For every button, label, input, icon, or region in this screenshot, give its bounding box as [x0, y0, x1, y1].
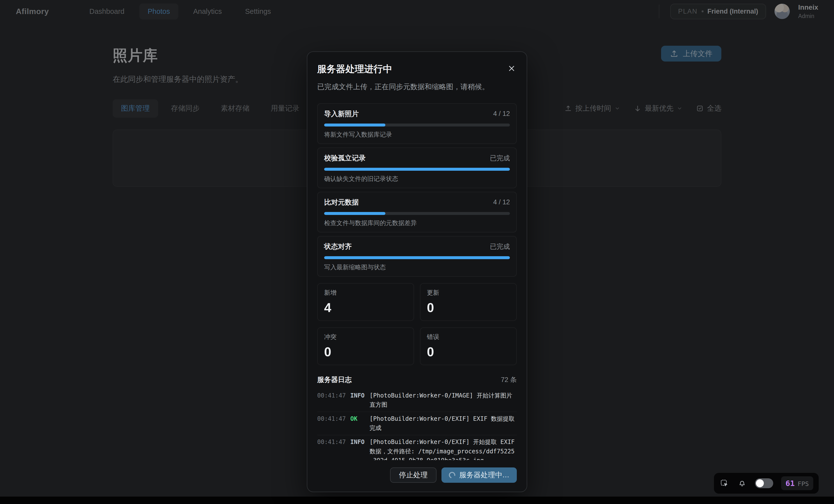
modal-footer: 停止处理 服务器处理中… [317, 467, 517, 483]
close-icon [508, 65, 515, 72]
task-status: 4 / 12 [493, 198, 510, 206]
log-timestamp: 00:41:47 [317, 414, 346, 433]
theme-toggle[interactable] [755, 478, 773, 488]
progress-fill [324, 168, 510, 171]
spinner-icon [448, 470, 457, 480]
stat-value: 0 [427, 300, 510, 315]
stat-conflicts: 冲突 0 [317, 327, 414, 365]
task-header: 校验孤立记录 已完成 [324, 153, 510, 163]
stat-value: 0 [427, 344, 510, 359]
stat-label: 更新 [427, 289, 510, 297]
stat-errors: 错误 0 [420, 327, 517, 365]
log-entry: 00:41:47 OK [PhotoBuilder:Worker-0/EXIF]… [317, 412, 517, 435]
task-compare-metadata: 比对元数据 4 / 12 检查文件与数据库间的元数据差异 [317, 192, 517, 233]
stat-value: 0 [324, 344, 407, 359]
logs-count-badge: 72 条 [501, 375, 517, 384]
log-level: INFO [350, 438, 366, 460]
task-name: 比对元数据 [324, 198, 359, 207]
notifications-button[interactable] [737, 478, 747, 488]
log-message: [PhotoBuilder:Worker-0/IMAGE] 开始计算图片直方图 [370, 391, 517, 409]
task-header: 导入新照片 4 / 12 [324, 109, 510, 118]
log-level: OK [350, 414, 366, 433]
task-header: 比对元数据 4 / 12 [324, 198, 510, 207]
task-list: 导入新照片 4 / 12 将新文件写入数据库记录 校验孤立记录 已完成 确认缺失… [317, 103, 517, 277]
select-tool-icon [720, 479, 729, 488]
progress-bar [324, 124, 510, 127]
log-list[interactable]: 00:41:47 INFO [PhotoBuilder:Worker-0/IMA… [317, 389, 517, 460]
stat-label: 新增 [324, 289, 407, 297]
progress-bar [324, 256, 510, 259]
task-description: 写入最新缩略图与状态 [324, 263, 510, 271]
modal-description: 已完成文件上传，正在同步元数据和缩略图，请稍候。 [317, 82, 517, 92]
toggle-knob [756, 479, 764, 487]
task-header: 状态对齐 已完成 [324, 242, 510, 251]
server-processing-button[interactable]: 服务器处理中… [441, 467, 517, 483]
progress-bar [324, 212, 510, 215]
fps-meter: 61 FPS [781, 476, 813, 490]
stat-label: 冲突 [324, 333, 407, 341]
log-entry: 00:41:47 INFO [PhotoBuilder:Worker-0/IMA… [317, 389, 517, 412]
fps-unit-label: FPS [798, 480, 809, 487]
log-entry: 00:41:47 INFO [PhotoBuilder:Worker-0/EXI… [317, 435, 517, 460]
task-status: 已完成 [490, 242, 510, 251]
task-name: 状态对齐 [324, 242, 352, 251]
task-description: 检查文件与数据库间的元数据差异 [324, 219, 510, 227]
select-tool-button[interactable] [719, 478, 729, 488]
log-timestamp: 00:41:47 [317, 438, 346, 460]
close-button[interactable] [506, 63, 517, 74]
server-processing-modal: 服务器处理进行中 已完成文件上传，正在同步元数据和缩略图，请稍候。 导入新照片 … [307, 51, 527, 492]
stat-added: 新增 4 [317, 283, 414, 321]
log-message: [PhotoBuilder:Worker-0/EXIF] EXIF 数据提取完成 [370, 414, 517, 433]
task-state-alignment: 状态对齐 已完成 写入最新缩略图与状态 [317, 236, 517, 277]
task-status: 4 / 12 [493, 110, 510, 117]
debug-status-toolbar: 61 FPS [714, 473, 819, 494]
progress-fill [324, 212, 386, 215]
task-description: 将新文件写入数据库记录 [324, 130, 510, 138]
logs-title: 服务器日志 [317, 375, 352, 385]
logs-header: 服务器日志 72 条 [317, 375, 517, 385]
stat-value: 4 [324, 300, 407, 315]
server-logs-section: 服务器日志 72 条 00:41:47 INFO [PhotoBuilder:W… [317, 375, 517, 460]
progress-bar [324, 168, 510, 171]
log-level: INFO [350, 391, 366, 409]
fps-value: 61 [786, 479, 795, 488]
stat-label: 错误 [427, 333, 510, 341]
modal-title: 服务器处理进行中 [317, 63, 392, 75]
stat-updated: 更新 0 [420, 283, 517, 321]
task-name: 导入新照片 [324, 109, 359, 118]
stop-processing-button[interactable]: 停止处理 [390, 467, 437, 483]
modal-header: 服务器处理进行中 [317, 63, 517, 75]
processing-button-label: 服务器处理中… [459, 470, 509, 480]
log-message: [PhotoBuilder:Worker-0/EXIF] 开始提取 EXIF 数… [370, 438, 517, 460]
task-status: 已完成 [490, 154, 510, 162]
task-import-new-photos: 导入新照片 4 / 12 将新文件写入数据库记录 [317, 103, 517, 144]
stats-grid: 新增 4 更新 0 冲突 0 错误 0 [317, 283, 517, 365]
task-name: 校验孤立记录 [324, 153, 366, 163]
log-timestamp: 00:41:47 [317, 391, 346, 409]
task-description: 确认缺失文件的旧记录状态 [324, 175, 510, 183]
progress-fill [324, 256, 510, 259]
task-verify-orphan-records: 校验孤立记录 已完成 确认缺失文件的旧记录状态 [317, 148, 517, 188]
bell-icon [738, 479, 747, 488]
progress-fill [324, 124, 386, 127]
